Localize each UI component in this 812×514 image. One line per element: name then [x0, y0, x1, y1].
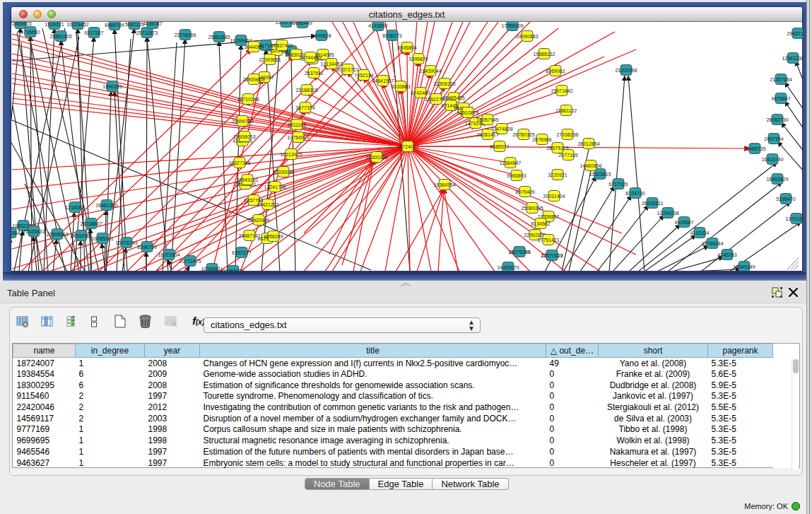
svg-text:9217207: 9217207: [84, 30, 103, 35]
svg-text:3644095: 3644095: [244, 45, 263, 49]
svg-text:23188315: 23188315: [295, 88, 317, 93]
svg-text:8489709: 8489709: [105, 23, 124, 28]
svg-text:4735650: 4735650: [20, 30, 40, 35]
svg-text:22744459: 22744459: [299, 55, 321, 60]
svg-text:8396759: 8396759: [137, 245, 156, 250]
svg-text:19688132: 19688132: [533, 52, 555, 57]
svg-text:10710248: 10710248: [237, 97, 259, 102]
svg-text:26461350: 26461350: [95, 203, 117, 208]
svg-text:2457954: 2457954: [764, 136, 783, 141]
svg-text:13754919: 13754919: [287, 135, 309, 140]
svg-text:14460856: 14460856: [579, 163, 601, 168]
svg-text:1890399: 1890399: [102, 84, 122, 89]
svg-text:2537611: 2537611: [305, 71, 324, 76]
svg-text:20031404: 20031404: [543, 194, 565, 199]
svg-text:13748244: 13748244: [701, 241, 723, 246]
svg-text:26618611: 26618611: [642, 201, 664, 206]
svg-text:25852685: 25852685: [208, 35, 230, 40]
svg-text:24090883: 24090883: [516, 34, 538, 39]
svg-text:8806804: 8806804: [397, 45, 416, 50]
svg-text:21257684: 21257684: [770, 77, 792, 82]
svg-text:3220921: 3220921: [548, 173, 567, 177]
svg-text:4429607: 4429607: [674, 220, 693, 225]
svg-text:7671884: 7671884: [11, 230, 20, 235]
svg-text:21439044: 21439044: [419, 69, 441, 74]
svg-text:10327246: 10327246: [228, 160, 250, 165]
svg-text:23936053: 23936053: [233, 134, 255, 139]
svg-text:3395870: 3395870: [408, 57, 428, 62]
svg-text:8134562: 8134562: [531, 221, 550, 226]
svg-text:10057945: 10057945: [476, 117, 498, 122]
svg-text:6742460: 6742460: [411, 90, 430, 95]
svg-text:13701506: 13701506: [785, 216, 803, 221]
svg-text:4112034: 4112034: [690, 230, 710, 235]
svg-text:18300295: 18300295: [365, 155, 387, 160]
svg-text:11881122: 11881122: [555, 108, 577, 113]
svg-text:20372723: 20372723: [336, 67, 358, 72]
svg-text:18992829: 18992829: [766, 177, 788, 182]
svg-text:1999828: 1999828: [312, 33, 331, 38]
svg-text:19285201: 19285201: [91, 236, 113, 241]
svg-text:25882305: 25882305: [49, 34, 71, 39]
svg-text:12541238: 12541238: [782, 56, 803, 61]
svg-text:6357277: 6357277: [232, 250, 251, 255]
svg-text:24425670: 24425670: [497, 265, 519, 270]
svg-text:4439167: 4439167: [143, 22, 162, 26]
svg-text:12920906: 12920906: [247, 218, 269, 223]
svg-text:15076749: 15076749: [115, 240, 137, 245]
svg-text:29281417: 29281417: [476, 132, 498, 137]
svg-text:8685577: 8685577: [490, 144, 509, 149]
svg-text:1839221: 1839221: [45, 22, 64, 27]
svg-text:8811165: 8811165: [288, 122, 306, 127]
svg-text:4245263: 4245263: [717, 252, 736, 257]
svg-text:8336273: 8336273: [382, 33, 401, 38]
svg-text:22093651: 22093651: [259, 57, 281, 62]
svg-text:7452134: 7452134: [354, 73, 373, 78]
svg-text:1218062: 1218062: [65, 205, 84, 210]
svg-text:12294238: 12294238: [657, 211, 678, 216]
svg-text:28159979: 28159979: [222, 269, 244, 271]
svg-text:9958289: 9958289: [264, 234, 283, 239]
svg-text:8369062: 8369062: [546, 69, 565, 74]
svg-text:25089205: 25089205: [521, 206, 543, 211]
svg-text:22570529: 22570529: [541, 253, 563, 258]
svg-text:26939869: 26939869: [242, 77, 264, 82]
svg-text:5682115: 5682115: [125, 22, 144, 27]
svg-text:8079409: 8079409: [515, 189, 534, 194]
svg-text:22330030: 22330030: [272, 170, 294, 175]
svg-text:25025631: 25025631: [23, 229, 45, 234]
svg-text:3333883: 3333883: [391, 84, 410, 89]
svg-text:10334531: 10334531: [201, 267, 223, 271]
svg-text:9983893: 9983893: [507, 173, 526, 178]
svg-text:26780325: 26780325: [512, 132, 534, 137]
svg-text:24532561: 24532561: [70, 233, 92, 238]
svg-text:28012854: 28012854: [577, 141, 599, 146]
svg-text:19384554: 19384554: [433, 182, 455, 187]
svg-text:10228452: 10228452: [66, 22, 88, 27]
svg-text:23971842: 23971842: [551, 88, 572, 93]
svg-text:28038807: 28038807: [80, 221, 102, 226]
svg-text:29437192: 29437192: [787, 31, 803, 36]
svg-text:22474828: 22474828: [490, 127, 512, 132]
svg-text:24549181: 24549181: [236, 177, 258, 182]
svg-text:28082730: 28082730: [766, 117, 788, 122]
svg-text:16510878: 16510878: [457, 110, 478, 115]
svg-text:8224730: 8224730: [625, 191, 645, 196]
svg-text:27038236: 27038236: [556, 132, 578, 137]
svg-text:24641507: 24641507: [372, 78, 394, 83]
svg-text:13241736: 13241736: [264, 185, 286, 189]
svg-text:9875847: 9875847: [771, 96, 790, 101]
svg-text:2066449: 2066449: [293, 22, 312, 25]
svg-text:16072954: 16072954: [158, 252, 180, 257]
svg-text:23706266: 23706266: [174, 33, 196, 37]
svg-text:4143890: 4143890: [368, 23, 387, 28]
svg-text:3677374: 3677374: [295, 105, 314, 110]
svg-text:2077105: 2077105: [558, 153, 577, 158]
svg-text:13134457: 13134457: [320, 62, 342, 66]
svg-text:23487347: 23487347: [238, 233, 260, 238]
svg-text:5188470: 5188470: [776, 197, 795, 201]
svg-text:14275203: 14275203: [508, 250, 530, 255]
svg-text:16415740: 16415740: [761, 157, 783, 162]
svg-text:29699700: 29699700: [231, 119, 253, 124]
svg-text:17751421: 17751421: [537, 238, 559, 243]
